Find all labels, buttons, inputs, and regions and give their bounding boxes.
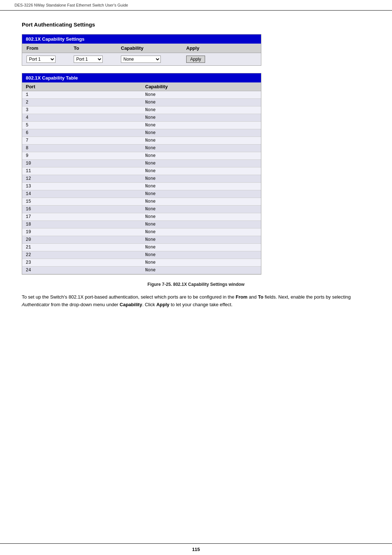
cell-capability: None xyxy=(142,122,261,129)
cell-capability: None xyxy=(142,251,261,259)
cell-port: 18 xyxy=(22,221,142,228)
cell-capability: None xyxy=(142,228,261,236)
cell-capability: None xyxy=(142,221,261,228)
cell-capability: None xyxy=(142,99,261,106)
table-row: 17None xyxy=(22,213,261,221)
table-row: 1None xyxy=(22,91,261,99)
table-row: 15None xyxy=(22,198,261,206)
table-row: 7None xyxy=(22,137,261,145)
cell-capability: None xyxy=(142,175,261,183)
cell-port: 19 xyxy=(22,228,142,236)
table-row: 6None xyxy=(22,129,261,137)
table-row: 12None xyxy=(22,175,261,183)
cell-port: 7 xyxy=(22,137,142,145)
table-row: 21None xyxy=(22,244,261,251)
cell-port: 22 xyxy=(22,251,142,259)
desc-bold-capability: Capability xyxy=(120,302,142,307)
cell-capability: None xyxy=(142,267,261,274)
cell-capability: None xyxy=(142,145,261,152)
page-footer: 115 xyxy=(0,543,392,555)
settings-panel-header: 802.1X Capability Settings xyxy=(22,35,261,44)
cell-port: 17 xyxy=(22,213,142,221)
col-header-capability: Capability xyxy=(119,45,185,52)
cell-capability: None xyxy=(142,129,261,137)
to-cell: Port 1 Port 2 Port 3 xyxy=(72,55,119,64)
capability-settings-panel: 802.1X Capability Settings From To Capab… xyxy=(22,34,261,66)
cell-port: 21 xyxy=(22,244,142,251)
table-row: 5None xyxy=(22,122,261,129)
cell-capability: None xyxy=(142,206,261,213)
table-panel-header: 802.1X Capability Table xyxy=(22,73,261,82)
table-row: 2None xyxy=(22,99,261,106)
table-row: 8None xyxy=(22,145,261,152)
cell-capability: None xyxy=(142,137,261,145)
table-row: 22None xyxy=(22,251,261,259)
cell-capability: None xyxy=(142,236,261,244)
cell-port: 24 xyxy=(22,267,142,274)
cell-port: 16 xyxy=(22,206,142,213)
table-row: 10None xyxy=(22,160,261,167)
table-row: 11None xyxy=(22,167,261,175)
page-header: DES-3226 NWay Standalone Fast Ethernet S… xyxy=(0,0,392,11)
col-header-to: To xyxy=(72,45,119,52)
desc-bold-from: From xyxy=(236,294,248,300)
cell-capability: None xyxy=(142,91,261,99)
apply-button[interactable]: Apply xyxy=(186,56,205,63)
table-row: 3None xyxy=(22,106,261,114)
cell-port: 6 xyxy=(22,129,142,137)
table-row: 13None xyxy=(22,183,261,190)
capability-table-panel: 802.1X Capability Table Port Capability … xyxy=(22,73,261,275)
cell-capability: None xyxy=(142,183,261,190)
figure-caption: Figure 7-25. 802.1X Capability Settings … xyxy=(22,282,370,287)
cell-port: 12 xyxy=(22,175,142,183)
capability-select[interactable]: None Authenticator Supplicant xyxy=(121,56,161,63)
from-select[interactable]: Port 1 Port 2 Port 3 xyxy=(26,56,56,63)
cell-capability: None xyxy=(142,167,261,175)
col-header-from: From xyxy=(25,45,72,52)
cell-port: 14 xyxy=(22,190,142,198)
header-text: DES-3226 NWay Standalone Fast Ethernet S… xyxy=(15,3,128,7)
to-select[interactable]: Port 1 Port 2 Port 3 xyxy=(74,56,103,63)
table-row: 19None xyxy=(22,228,261,236)
th-port: Port xyxy=(22,82,142,91)
page-number: 115 xyxy=(192,547,200,552)
col-header-apply: Apply xyxy=(185,45,228,52)
section-title: Port Authenticating Settings xyxy=(22,21,370,28)
cell-capability: None xyxy=(142,114,261,122)
capability-table: Port Capability 1None2None3None4None5Non… xyxy=(22,82,261,274)
cell-capability: None xyxy=(142,190,261,198)
cell-port: 9 xyxy=(22,152,142,160)
capability-cell: None Authenticator Supplicant xyxy=(119,55,185,64)
page-container: DES-3226 NWay Standalone Fast Ethernet S… xyxy=(0,0,392,555)
description-text: To set up the Switch's 802.1X port-based… xyxy=(22,293,370,309)
from-cell: Port 1 Port 2 Port 3 xyxy=(25,55,72,64)
table-row: 24None xyxy=(22,267,261,274)
cell-port: 3 xyxy=(22,106,142,114)
cell-capability: None xyxy=(142,160,261,167)
cell-port: 23 xyxy=(22,259,142,267)
cell-capability: None xyxy=(142,198,261,206)
settings-col-headers: From To Capability Apply xyxy=(22,44,261,53)
content-area: Port Authenticating Settings 802.1X Capa… xyxy=(0,11,392,543)
table-row: 9None xyxy=(22,152,261,160)
table-row: 20None xyxy=(22,236,261,244)
cell-capability: None xyxy=(142,259,261,267)
cell-capability: None xyxy=(142,106,261,114)
cell-capability: None xyxy=(142,213,261,221)
th-capability: Capability xyxy=(142,82,261,91)
table-row: 14None xyxy=(22,190,261,198)
desc-line1: To set up the Switch's 802.1X port-based… xyxy=(22,294,351,307)
desc-bold-to: To xyxy=(258,294,264,300)
cell-port: 8 xyxy=(22,145,142,152)
table-row: 23None xyxy=(22,259,261,267)
table-row: 16None xyxy=(22,206,261,213)
table-row: 18None xyxy=(22,221,261,228)
cell-port: 11 xyxy=(22,167,142,175)
cell-port: 2 xyxy=(22,99,142,106)
cell-port: 5 xyxy=(22,122,142,129)
cell-port: 15 xyxy=(22,198,142,206)
apply-cell: Apply xyxy=(185,55,228,64)
table-header-row: Port Capability xyxy=(22,82,261,91)
cell-port: 10 xyxy=(22,160,142,167)
cell-port: 13 xyxy=(22,183,142,190)
